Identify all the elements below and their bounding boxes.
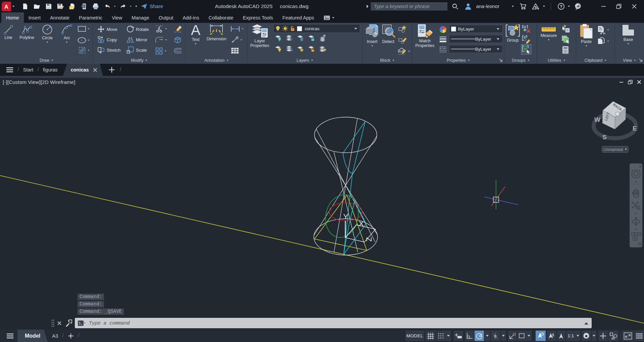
properties-linetype-button[interactable] (439, 46, 447, 53)
panel-label-block[interactable]: Block (362, 58, 412, 63)
block-attribute-edit-button[interactable] (397, 47, 410, 56)
new-layout-button[interactable] (68, 333, 74, 339)
clipboard-cut-button-caret-icon[interactable] (607, 29, 609, 30)
ribbon-display-caret-icon[interactable] (332, 17, 334, 18)
window-close-button[interactable] (627, 0, 642, 12)
share-button[interactable]: Share (141, 3, 163, 9)
navbar-customize-icon[interactable] (638, 242, 642, 246)
utilities-measure-button[interactable]: Measure (539, 26, 558, 41)
ribbon-tab-parametric[interactable]: Parametric (74, 12, 107, 23)
file-tab-start[interactable]: Start (23, 67, 34, 72)
annotation-leader-button-caret-icon[interactable] (241, 39, 242, 40)
file-tab-close-icon[interactable] (93, 68, 97, 72)
command-recent-toggle-icon[interactable] (584, 322, 589, 325)
search-input[interactable]: Type a keyword or phrase (371, 2, 447, 10)
properties-linetype-combo[interactable]: ByLayer (449, 45, 503, 53)
window-minimize-button[interactable] (596, 0, 611, 12)
panel-label-utilities[interactable]: Utilities (537, 58, 576, 63)
command-prompt-icon[interactable] (78, 320, 86, 326)
status-workspace-caret[interactable] (592, 331, 596, 341)
block-edit-button[interactable] (398, 36, 407, 45)
draw-rectangle-button-caret-icon[interactable] (88, 28, 90, 29)
navbar-showmotion-icon[interactable] (632, 233, 641, 240)
autodesk-logo-icon[interactable] (531, 2, 540, 11)
navbar-orbit-icon[interactable] (632, 217, 640, 226)
save-button[interactable] (44, 2, 53, 11)
properties-lineweight-button[interactable] (439, 36, 447, 43)
ribbon-tab-insert[interactable]: Insert (24, 12, 45, 23)
draw-circle-button[interactable]: Circle (38, 24, 57, 43)
undo-menu-caret-icon[interactable] (114, 6, 116, 7)
application-menu-button[interactable]: A (0, 0, 15, 12)
draw-arc-button[interactable]: Arc (58, 24, 76, 43)
modify-trim-button[interactable] (155, 25, 167, 33)
ribbon-display-icon[interactable] (324, 15, 330, 20)
compass-east[interactable]: E (633, 125, 637, 132)
open-from-web-button[interactable] (68, 2, 77, 11)
navbar-pan-icon[interactable] (633, 189, 639, 197)
viewport-controls-label[interactable]: [-][Custom View][2D Wireframe] (3, 79, 76, 85)
search-icon[interactable] (451, 2, 459, 11)
viewcube-cube[interactable]: BACKLEFT (602, 101, 626, 129)
file-tab-figuras[interactable]: figuras (43, 67, 58, 72)
properties-lineweight-combo-caret-icon[interactable] (497, 38, 499, 40)
block-create-button[interactable] (398, 25, 407, 34)
view-cube[interactable]: WESBACKLEFT (589, 78, 643, 142)
file-tabs-menu-icon[interactable] (6, 67, 13, 73)
command-input[interactable]: Type a command (75, 318, 592, 328)
ribbon-tab-express-tools[interactable]: Express Tools (238, 12, 278, 23)
modify-explode-button[interactable] (174, 36, 182, 44)
undo-button[interactable] (103, 2, 112, 11)
layout-menu-icon[interactable] (6, 333, 14, 339)
cart-icon[interactable] (519, 2, 528, 11)
utilities-quick-select-button[interactable] (561, 24, 570, 33)
open-folder-button[interactable] (33, 2, 41, 11)
ribbon-tab-featured-apps[interactable]: Featured Apps (278, 12, 319, 23)
navbar-wheel-caret-icon[interactable] (635, 181, 637, 182)
status-osnap-tracking-caret[interactable] (501, 331, 506, 341)
clipboard-cut-button[interactable] (597, 26, 609, 34)
annotation-table-button[interactable] (231, 47, 239, 54)
block-attribute-edit-button-caret-icon[interactable] (408, 51, 410, 52)
user-name[interactable]: ana-leonor (476, 4, 499, 9)
status-snap-button[interactable] (436, 331, 446, 341)
clipboard-copy-button[interactable] (597, 37, 609, 46)
status-annotation-autoscale-button[interactable] (547, 331, 556, 341)
help-menu-caret-icon[interactable] (568, 6, 570, 7)
panel-label-clipboard[interactable]: Clipboard (576, 58, 615, 63)
layer-on-button[interactable] (274, 45, 282, 52)
modify-move-button[interactable]: Move (97, 26, 117, 33)
status-snap-caret[interactable] (446, 331, 451, 341)
plot-button[interactable] (91, 2, 100, 11)
ribbon-tab-home[interactable]: Home (1, 12, 24, 23)
status-polar-caret[interactable] (485, 331, 490, 341)
new-file-tab-button[interactable] (108, 66, 115, 73)
ribbon-tab-manage[interactable]: Manage (127, 12, 154, 23)
properties-color-wheel-button[interactable] (439, 26, 447, 34)
redo-button[interactable] (119, 2, 128, 11)
feedback-icon[interactable] (574, 2, 582, 11)
draw-polyline-button[interactable]: Polyline (17, 24, 37, 40)
layer-thaw-button[interactable] (296, 45, 304, 52)
navbar-orbit-caret-icon[interactable] (635, 229, 637, 230)
navigation-bar[interactable] (630, 163, 642, 247)
status-menu-button[interactable] (634, 331, 644, 341)
layer-freeze-button[interactable] (296, 34, 304, 42)
status-osnap-button[interactable] (508, 331, 517, 341)
properties-lineweight-combo[interactable]: ByLayer (449, 35, 503, 43)
modify-fillet-button-caret-icon[interactable] (165, 39, 167, 40)
qat-customize-caret-icon[interactable] (135, 6, 137, 7)
compass-west[interactable]: W (594, 116, 600, 123)
status-isodraft-button[interactable] (517, 331, 526, 341)
properties-match-button[interactable]: Match Properties (415, 23, 435, 48)
file-tab-conicas[interactable]: conicas (63, 64, 103, 76)
help-icon[interactable]: ? (557, 2, 565, 11)
status-isolate-objects-button[interactable] (608, 331, 618, 341)
ribbon-tab-add-ins[interactable]: Add-ins (178, 12, 204, 23)
ribbon-tab-annotate[interactable]: Annotate (45, 12, 74, 23)
modify-rotate-button[interactable]: Rotate (127, 26, 149, 33)
layer-lock-button[interactable] (307, 34, 315, 42)
groups-group-button[interactable]: Group (506, 23, 520, 43)
draw-ellipse-button-caret-icon[interactable] (88, 40, 90, 41)
save-as-button[interactable] (56, 2, 65, 11)
